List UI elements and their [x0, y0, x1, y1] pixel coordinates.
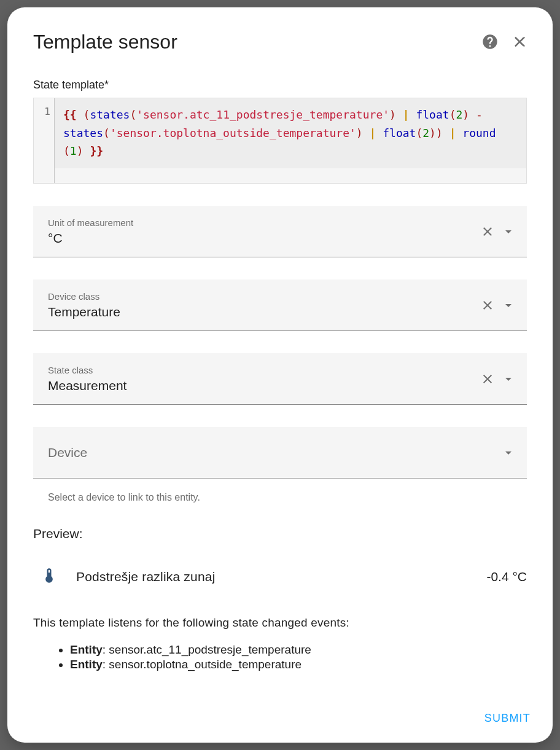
chevron-down-icon: [501, 224, 516, 239]
state-class-label: State class: [48, 365, 480, 376]
chevron-down-icon: [501, 445, 516, 460]
dialog-title: Template sensor: [33, 31, 475, 53]
thermometer-icon: [41, 567, 58, 587]
help-button[interactable]: [475, 27, 505, 57]
uom-value: °C: [48, 231, 480, 246]
chevron-down-icon: [501, 298, 516, 313]
device-class-clear-button[interactable]: [480, 298, 495, 313]
unit-of-measurement-field[interactable]: Unit of measurement °C: [33, 206, 527, 257]
state-template-editor[interactable]: 1 {{ (states('sensor.atc_11_podstresje_t…: [33, 98, 527, 184]
help-circle-icon: [481, 33, 499, 50]
entity-list: Entity: sensor.atc_11_podstresje_tempera…: [33, 643, 527, 671]
code-content-wrapper: {{ (states('sensor.atc_11_podstresje_tem…: [55, 98, 526, 183]
uom-clear-button[interactable]: [480, 224, 495, 239]
device-placeholder: Device: [48, 445, 501, 460]
dialog-header: Template sensor: [7, 7, 553, 61]
template-sensor-dialog: Template sensor State template* 1 {{ (st…: [7, 7, 553, 743]
device-class-value: Temperature: [48, 305, 480, 319]
state-class-field[interactable]: State class Measurement: [33, 353, 527, 405]
preview-entity-value: -0.4 °C: [486, 569, 527, 584]
device-class-label: Device class: [48, 291, 480, 302]
state-template-label: State template*: [33, 79, 527, 92]
uom-dropdown[interactable]: [501, 224, 516, 239]
preview-heading: Preview:: [33, 526, 527, 541]
preview-entity-row: Podstrešje razlika zunaj -0.4 °C: [33, 567, 527, 587]
chevron-down-icon: [501, 372, 516, 386]
uom-label: Unit of measurement: [48, 217, 480, 229]
device-class-field[interactable]: Device class Temperature: [33, 279, 527, 331]
state-class-value: Measurement: [48, 378, 480, 393]
close-icon: [480, 372, 495, 386]
device-helper-text: Select a device to link to this entity.: [48, 492, 527, 503]
device-field[interactable]: Device: [33, 427, 527, 479]
code-content[interactable]: {{ (states('sensor.atc_11_podstresje_tem…: [55, 98, 526, 168]
preview-entity-name: Podstrešje razlika zunaj: [76, 569, 468, 584]
dialog-body: State template* 1 {{ (states('sensor.atc…: [7, 61, 553, 693]
state-class-clear-button[interactable]: [480, 372, 495, 386]
close-icon: [480, 224, 495, 239]
list-item: Entity: sensor.toplotna_outside_temperat…: [70, 658, 527, 671]
close-icon: [511, 34, 527, 50]
listens-text: This template listens for the following …: [33, 616, 527, 630]
submit-button[interactable]: SUBMIT: [484, 712, 531, 725]
dialog-footer: SUBMIT: [7, 693, 553, 743]
code-gutter: 1: [34, 98, 55, 183]
state-class-dropdown[interactable]: [501, 372, 516, 386]
close-button[interactable]: [505, 27, 534, 57]
list-item: Entity: sensor.atc_11_podstresje_tempera…: [70, 643, 527, 657]
close-icon: [480, 298, 495, 313]
device-class-dropdown[interactable]: [501, 298, 516, 313]
line-number: 1: [44, 106, 50, 117]
device-dropdown[interactable]: [501, 445, 516, 460]
